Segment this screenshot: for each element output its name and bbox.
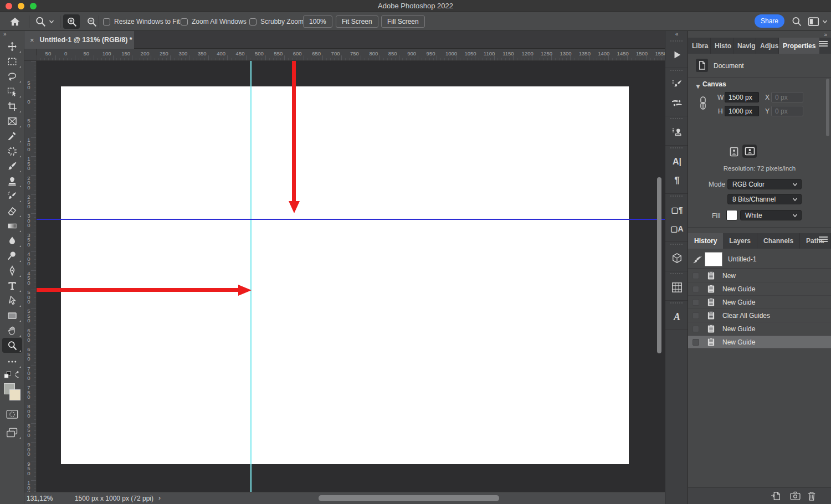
tab-history[interactable]: History <box>688 233 723 249</box>
history-source-checkbox[interactable] <box>693 339 699 346</box>
drag-grip-icon[interactable] <box>670 244 683 247</box>
canvas-section-title[interactable]: Canvas <box>702 80 726 88</box>
checkbox-icon[interactable] <box>103 18 110 25</box>
drag-grip-icon[interactable] <box>670 273 683 276</box>
edit-toolbar-button[interactable] <box>2 354 22 369</box>
history-source-checkbox[interactable] <box>693 326 699 332</box>
history-state-new-guide[interactable]: New Guide <box>688 322 831 336</box>
history-state-clear-all-guides[interactable]: Clear All Guides <box>688 309 831 322</box>
brushes-panel-button[interactable] <box>665 94 689 112</box>
delete-state-button[interactable] <box>807 491 816 501</box>
height-field[interactable]: 1000 px <box>725 106 759 116</box>
color-swatches[interactable] <box>3 383 22 402</box>
vertical-guide[interactable] <box>250 61 252 492</box>
default-swap-colors[interactable] <box>2 369 22 381</box>
tool-spot-healing-brush[interactable] <box>2 143 22 158</box>
tool-eraser[interactable] <box>2 203 22 218</box>
tool-gradient[interactable] <box>2 218 22 233</box>
background-color-swatch[interactable] <box>9 389 20 400</box>
tool-lasso[interactable] <box>2 69 22 84</box>
history-panel-menu[interactable] <box>819 236 828 242</box>
vertical-scrollbar[interactable] <box>657 177 661 353</box>
horizontal-guide[interactable] <box>37 219 665 220</box>
link-dimensions-icon[interactable] <box>699 96 707 115</box>
checkbox-scrubby-zoom[interactable]: Scrubby Zoom <box>249 12 304 31</box>
tool-pen[interactable] <box>2 263 22 278</box>
history-source-checkbox[interactable] <box>693 286 699 292</box>
history-snapshot-row[interactable]: Untitled-1 <box>688 251 831 269</box>
workspace-switcher[interactable] <box>808 12 828 31</box>
bit-depth-dropdown[interactable]: 8 Bits/Channel <box>727 194 802 204</box>
document-canvas[interactable] <box>61 86 629 464</box>
history-source-checkbox[interactable] <box>693 272 699 279</box>
clone-source-panel-button[interactable] <box>665 123 689 142</box>
zoom-100-button[interactable]: 100% <box>303 16 332 28</box>
tool-blur[interactable] <box>2 233 22 248</box>
new-document-from-state-button[interactable] <box>771 491 781 501</box>
drag-grip-icon[interactable] <box>670 302 683 306</box>
portrait-orientation-button[interactable] <box>728 146 740 158</box>
tool-eyedropper[interactable] <box>2 128 22 143</box>
history-source-checkbox[interactable] <box>693 312 699 319</box>
zoom-tool-preset[interactable] <box>34 12 55 31</box>
home-button[interactable] <box>9 12 21 31</box>
tool-rectangle[interactable] <box>2 308 22 323</box>
tool-path-selection[interactable] <box>2 293 22 308</box>
ruler-corner[interactable] <box>24 49 37 61</box>
share-button[interactable]: Share <box>755 14 784 28</box>
new-snapshot-button[interactable] <box>790 491 801 500</box>
actions-panel-button[interactable] <box>665 45 689 64</box>
character-styles-panel-button[interactable]: ▢A <box>665 219 689 238</box>
document-tab[interactable]: × Untitled-1 @ 131% (RGB/8) * <box>24 31 134 49</box>
width-field[interactable]: 1500 px <box>725 92 759 102</box>
landscape-orientation-button[interactable] <box>742 145 757 158</box>
brush-settings-panel-button[interactable] <box>665 75 689 94</box>
history-state-new-guide[interactable]: New Guide <box>688 296 831 309</box>
drag-grip-icon[interactable] <box>670 40 683 44</box>
search-button[interactable] <box>791 12 802 31</box>
tool-brush[interactable] <box>2 158 22 173</box>
expand-dock-chevron[interactable]: » <box>824 32 827 38</box>
properties-panel-menu[interactable] <box>819 41 828 47</box>
drag-grip-icon[interactable] <box>670 118 683 121</box>
glyphs-panel-button[interactable]: A <box>665 307 689 326</box>
screen-mode-button[interactable] <box>2 425 22 440</box>
drag-grip-icon[interactable] <box>670 70 683 73</box>
character-panel-button[interactable]: A| <box>665 152 689 171</box>
tool-zoom[interactable] <box>2 338 22 353</box>
collapse-panels-chevron[interactable]: « <box>665 31 688 39</box>
history-state-new-guide[interactable]: New Guide <box>688 282 831 296</box>
status-zoom-level[interactable]: 131,12% <box>27 495 53 502</box>
tool-history-brush[interactable] <box>2 188 22 203</box>
expand-tools-chevron[interactable]: » <box>0 31 24 39</box>
tab-properties[interactable]: Properties <box>779 38 819 54</box>
x-field[interactable]: 0 px <box>771 92 803 102</box>
drag-grip-icon[interactable] <box>670 196 683 199</box>
history-source-checkbox[interactable] <box>693 299 699 306</box>
fit-screen-button[interactable]: Fit Screen <box>336 16 378 28</box>
tool-frame[interactable] <box>2 114 22 128</box>
close-tab-icon[interactable]: × <box>30 36 34 44</box>
pattern-preview-panel-button[interactable] <box>665 278 689 297</box>
drag-grip-icon[interactable] <box>670 147 683 151</box>
canvas-viewport[interactable] <box>37 61 665 492</box>
checkbox-resize-windows-to-fit[interactable]: Resize Windows to Fit <box>103 12 180 31</box>
tab-histo[interactable]: Histo <box>711 38 733 54</box>
tool-object-selection[interactable] <box>2 84 22 99</box>
fill-dropdown[interactable]: White <box>740 210 802 220</box>
y-field[interactable]: 0 px <box>771 106 803 116</box>
status-document-info[interactable]: 1500 px x 1000 px (72 ppi) <box>70 495 158 502</box>
horizontal-scrollbar[interactable] <box>319 495 499 501</box>
paragraph-panel-button[interactable]: ¶ <box>665 171 689 190</box>
tool-clone-stamp[interactable] <box>2 173 22 188</box>
tool-dodge[interactable] <box>2 248 22 263</box>
tab-adjus[interactable]: Adjus <box>756 38 779 54</box>
zoom-in-button[interactable] <box>63 14 80 29</box>
checkbox-zoom-all-windows[interactable]: Zoom All Windows <box>181 12 247 31</box>
paragraph-styles-panel-button[interactable]: ▢¶ <box>665 200 689 219</box>
properties-scrollbar[interactable] <box>826 79 829 136</box>
fill-screen-button[interactable]: Fill Screen <box>381 16 425 28</box>
status-chevron-icon[interactable]: › <box>158 494 161 502</box>
zoom-out-button[interactable] <box>83 14 100 29</box>
mode-dropdown[interactable]: RGB Color <box>727 179 802 189</box>
